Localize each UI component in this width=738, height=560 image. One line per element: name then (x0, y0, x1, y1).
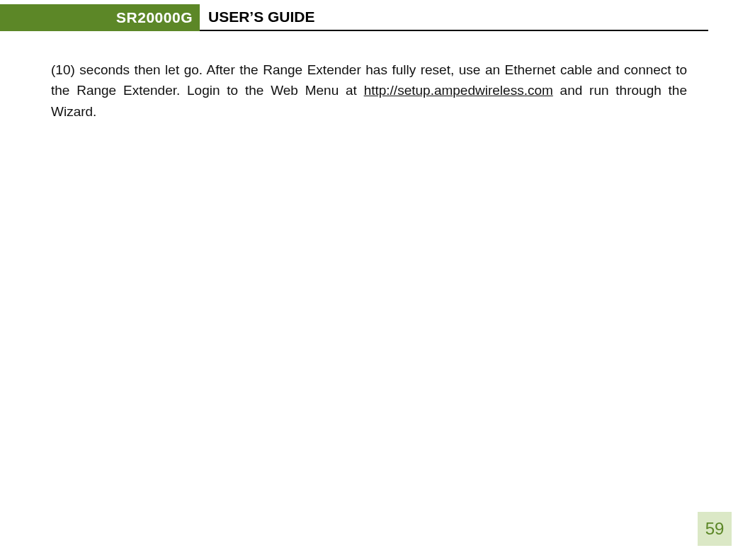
page-header: SR20000G USER’S GUIDE (0, 4, 738, 31)
model-label: SR20000G (0, 4, 200, 31)
body-content: (10) seconds then let go. After the Rang… (0, 31, 738, 122)
page-number: 59 (698, 512, 732, 546)
guide-title: USER’S GUIDE (200, 4, 708, 31)
setup-link[interactable]: http://setup.ampedwireless.com (364, 83, 553, 98)
